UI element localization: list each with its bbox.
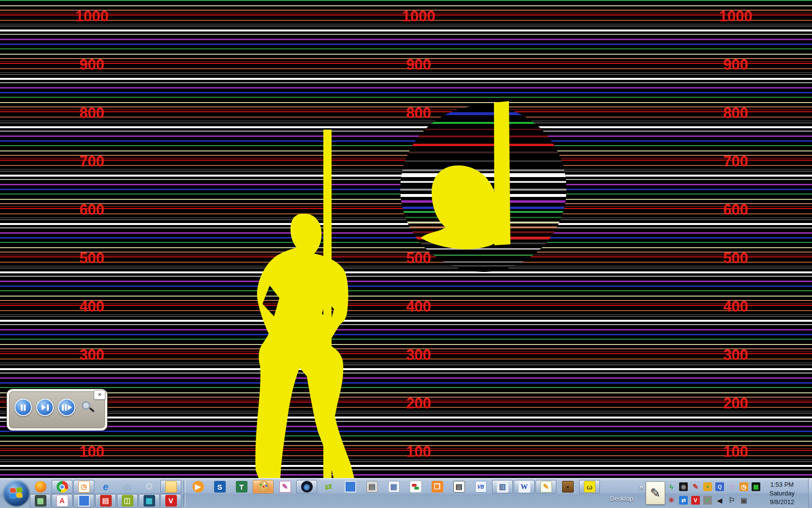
action-center-flag-icon[interactable]: ⚐: [727, 496, 736, 505]
gpu-panel-icon[interactable]: ◉: [679, 482, 688, 491]
media-control-widget[interactable]: ×: [7, 389, 107, 431]
safari-globe-glyph: ◎: [123, 481, 131, 493]
display-settings-tile: [78, 495, 90, 507]
next-button[interactable]: [36, 399, 54, 416]
scan-line: [0, 377, 812, 379]
quicktime-glyph: Q: [718, 484, 722, 490]
sync-arrows-icon[interactable]: ⇄: [318, 480, 339, 493]
show-desktop-button[interactable]: [808, 478, 812, 508]
windows-explorer-icon[interactable]: [160, 480, 181, 493]
pen-tablet-tray-glyph: ✎: [693, 482, 699, 491]
scan-line: [0, 281, 812, 282]
update-shield-icon[interactable]: ●: [703, 482, 712, 491]
magnifier-button[interactable]: [82, 401, 94, 414]
pen-tablet-icon[interactable]: ✎: [646, 481, 665, 505]
tray-clock-app-icon[interactable]: ◷: [740, 482, 748, 491]
scan-line: [0, 237, 812, 239]
pills-icon[interactable]: [405, 480, 426, 493]
cubes-3d-icon[interactable]: ▦: [139, 494, 160, 508]
app-window-icon[interactable]: ▥: [492, 480, 513, 493]
snagit-icon[interactable]: ✎: [275, 480, 295, 493]
scan-line: [0, 122, 812, 123]
volume-icon[interactable]: ◀: [715, 496, 724, 505]
visual-basic-icon[interactable]: VB: [470, 480, 491, 493]
opera-icon[interactable]: O: [139, 480, 160, 493]
skype-icon[interactable]: S: [209, 480, 230, 493]
chrome-icon[interactable]: [52, 480, 72, 493]
internet-explorer-icon[interactable]: e: [95, 480, 116, 493]
start-button[interactable]: [3, 480, 29, 506]
scan-line: [0, 54, 812, 55]
notepad-editor-icon[interactable]: ✎: [536, 480, 556, 493]
tiger-game-icon[interactable]: ω: [579, 480, 600, 493]
teamviewer-icon[interactable]: ⇄: [679, 496, 688, 505]
scan-line: [0, 441, 812, 442]
v-app-tile: V: [165, 495, 177, 507]
pen-tablet-tray-icon[interactable]: ✎: [691, 482, 700, 491]
scan-line: [0, 387, 812, 388]
opera-tile: O: [144, 481, 155, 493]
scale-label: 600: [79, 201, 104, 219]
remote-desktop-icon[interactable]: [340, 480, 361, 493]
green-device-icon[interactable]: ◫: [117, 494, 138, 508]
antivirus-runner-glyph: ϟ: [669, 483, 673, 491]
tiger-game-tile: ω: [584, 481, 595, 493]
taskbar: ◷e◎O▶ST✎◉⇄▤▦❐▤VB▥W✎▪ω ▦A▤◫▦V » Desktop ✎…: [0, 478, 812, 508]
scale-label: 1000: [402, 8, 435, 25]
tversity-icon[interactable]: T: [231, 480, 252, 493]
projector-screen-tile: ▦: [35, 495, 46, 507]
cd-burner-icon[interactable]: ◎: [727, 482, 736, 491]
notepad-editor-glyph: ✎: [543, 482, 549, 491]
remote-desktop-tile: [345, 481, 356, 493]
cubes-3d-glyph: ▦: [145, 496, 152, 505]
scan-line: [0, 426, 812, 427]
calculator-icon[interactable]: ▦: [383, 480, 404, 493]
internet-explorer-glyph: e: [103, 481, 108, 493]
toolbox-icon[interactable]: ▤: [95, 494, 116, 508]
visual-basic-glyph: VB: [478, 484, 484, 490]
v-app-icon[interactable]: V: [160, 494, 181, 508]
acrobat-icon[interactable]: A: [52, 494, 72, 508]
sync-arrows-glyph: ⇄: [325, 481, 332, 492]
clock-day: Saturday: [758, 489, 806, 498]
projector-screen-icon[interactable]: ▦: [30, 494, 51, 508]
pause-button[interactable]: [14, 399, 32, 416]
scan-line: [0, 30, 812, 31]
windows-orange-icon[interactable]: ❐: [427, 480, 448, 493]
logoff-door-icon[interactable]: ▪: [557, 480, 578, 493]
firefox-icon[interactable]: [30, 480, 51, 493]
step-forward-button[interactable]: [58, 399, 75, 416]
logoff-door-glyph: ▪: [566, 483, 569, 491]
media-center-tile: ◉: [301, 481, 313, 493]
app-doc-icon[interactable]: ▤: [449, 480, 469, 493]
network-icon[interactable]: ▣: [740, 496, 748, 505]
word-icon[interactable]: W: [514, 480, 535, 493]
cd-burner-glyph: ◎: [728, 482, 735, 491]
paint-palette-icon[interactable]: [253, 480, 274, 493]
scale-label: 100: [406, 443, 431, 461]
scale-label: 100: [723, 443, 748, 461]
pinwheel-icon[interactable]: ✳: [667, 496, 676, 505]
media-center-icon[interactable]: ◉: [296, 480, 317, 493]
clock-time: 1:53 PM: [758, 480, 806, 489]
scan-line: [0, 339, 812, 340]
usb-safely-remove-icon[interactable]: ✓: [703, 496, 712, 505]
close-icon[interactable]: ×: [94, 390, 105, 400]
display-settings-icon[interactable]: [73, 494, 94, 508]
tray-clock[interactable]: 1:53 PM Saturday 9/8/2012: [758, 480, 806, 507]
printer-icon[interactable]: ▤: [362, 480, 382, 493]
v-shield-glyph: V: [694, 497, 697, 503]
teamviewer-glyph: ⇄: [681, 497, 685, 504]
v-shield-icon[interactable]: V: [691, 496, 700, 505]
clock-app-icon[interactable]: ◷: [73, 480, 94, 493]
volume-glyph: ◀: [717, 497, 722, 504]
desktop-toolbar-label[interactable]: Desktop: [610, 495, 633, 502]
clock-date: 9/8/2012: [758, 498, 806, 507]
next-icon: [42, 404, 46, 410]
antivirus-runner-icon[interactable]: ϟ: [667, 482, 676, 491]
quicktime-icon[interactable]: Q: [715, 482, 724, 491]
taskbar-row-2: ▦A▤◫▦V: [30, 494, 187, 507]
app-window-glyph: ▥: [499, 482, 506, 491]
media-player-orange-icon[interactable]: ▶: [188, 480, 208, 493]
safari-globe-icon[interactable]: ◎: [117, 480, 138, 493]
